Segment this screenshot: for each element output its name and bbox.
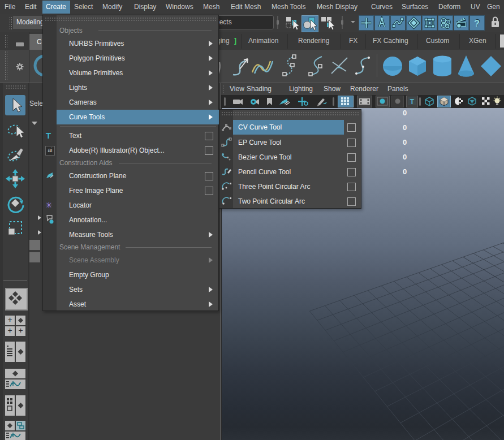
svg-text:?: ? (474, 18, 480, 29)
svg-text:T: T (410, 98, 415, 106)
